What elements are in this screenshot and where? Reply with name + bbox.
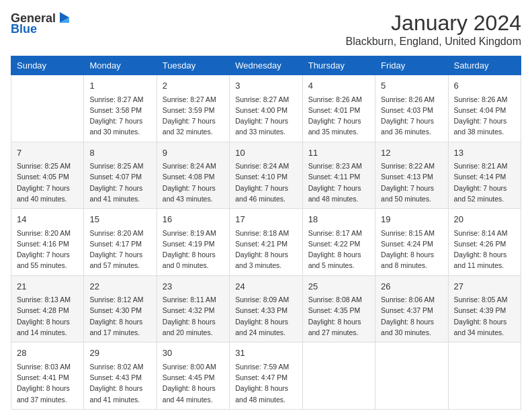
date-number: 1 [89, 79, 150, 93]
header-wednesday: Wednesday [230, 56, 302, 75]
header-friday: Friday [375, 56, 448, 75]
date-number: 21 [17, 280, 78, 293]
table-row: 2 Sunrise: 8:27 AMSunset: 3:59 PMDayligh… [157, 75, 229, 142]
date-number: 25 [308, 280, 369, 293]
date-number: 31 [235, 347, 296, 360]
cell-info: Sunrise: 8:03 AMSunset: 4:41 PMDaylight:… [17, 361, 78, 405]
table-row [302, 342, 375, 410]
calendar-week-row: 21 Sunrise: 8:13 AMSunset: 4:28 PMDaylig… [11, 275, 521, 342]
date-number: 15 [89, 213, 150, 226]
title-area: January 2024 Blackburn, England, United … [346, 11, 522, 48]
date-number: 2 [163, 79, 224, 93]
date-number: 20 [454, 213, 515, 226]
cell-info: Sunrise: 8:09 AMSunset: 4:33 PMDaylight:… [235, 294, 296, 338]
date-number: 18 [308, 213, 369, 226]
date-number: 23 [163, 280, 224, 293]
calendar-week-row: 7 Sunrise: 8:25 AMSunset: 4:05 PMDayligh… [11, 142, 521, 209]
table-row: 5 Sunrise: 8:26 AMSunset: 4:03 PMDayligh… [375, 75, 448, 142]
date-number: 16 [163, 213, 224, 226]
page-header: General Blue January 2024 Blackburn, Eng… [11, 11, 521, 48]
table-row: 27 Sunrise: 8:05 AMSunset: 4:39 PMDaylig… [448, 275, 521, 342]
date-number: 29 [89, 347, 150, 360]
date-number: 6 [454, 79, 515, 93]
date-number: 5 [381, 79, 442, 93]
date-number: 19 [381, 213, 442, 226]
cell-info: Sunrise: 8:23 AMSunset: 4:11 PMDaylight:… [308, 161, 369, 204]
table-row: 28 Sunrise: 8:03 AMSunset: 4:41 PMDaylig… [11, 342, 84, 410]
cell-info: Sunrise: 8:13 AMSunset: 4:28 PMDaylight:… [17, 294, 78, 338]
cell-info: Sunrise: 8:27 AMSunset: 3:58 PMDaylight:… [89, 94, 150, 138]
date-number: 10 [235, 146, 296, 160]
table-row: 19 Sunrise: 8:15 AMSunset: 4:24 PMDaylig… [375, 209, 448, 276]
table-row: 4 Sunrise: 8:26 AMSunset: 4:01 PMDayligh… [302, 75, 375, 142]
calendar-week-row: 28 Sunrise: 8:03 AMSunset: 4:41 PMDaylig… [11, 342, 521, 410]
table-row: 8 Sunrise: 8:25 AMSunset: 4:07 PMDayligh… [84, 142, 157, 209]
cell-info: Sunrise: 8:27 AMSunset: 4:00 PMDaylight:… [235, 94, 296, 138]
table-row: 17 Sunrise: 8:18 AMSunset: 4:21 PMDaylig… [230, 209, 302, 276]
date-number: 11 [308, 146, 369, 160]
table-row: 14 Sunrise: 8:20 AMSunset: 4:16 PMDaylig… [11, 209, 84, 276]
cell-info: Sunrise: 8:27 AMSunset: 3:59 PMDaylight:… [163, 94, 224, 138]
month-title: January 2024 [346, 11, 522, 36]
header-tuesday: Tuesday [157, 56, 229, 75]
cell-info: Sunrise: 8:26 AMSunset: 4:03 PMDaylight:… [381, 94, 442, 138]
date-number: 24 [235, 280, 296, 293]
calendar-week-row: 1 Sunrise: 8:27 AMSunset: 3:58 PMDayligh… [11, 75, 521, 142]
date-number: 3 [235, 79, 296, 93]
location-title: Blackburn, England, United Kingdom [346, 36, 522, 48]
table-row: 21 Sunrise: 8:13 AMSunset: 4:28 PMDaylig… [11, 275, 84, 342]
header-thursday: Thursday [302, 56, 375, 75]
date-number: 9 [163, 146, 224, 160]
date-number: 22 [89, 280, 150, 293]
cell-info: Sunrise: 8:18 AMSunset: 4:21 PMDaylight:… [235, 228, 296, 271]
table-row: 13 Sunrise: 8:21 AMSunset: 4:14 PMDaylig… [448, 142, 521, 209]
cell-info: Sunrise: 8:11 AMSunset: 4:32 PMDaylight:… [163, 294, 224, 338]
calendar-week-row: 14 Sunrise: 8:20 AMSunset: 4:16 PMDaylig… [11, 209, 521, 276]
cell-info: Sunrise: 8:05 AMSunset: 4:39 PMDaylight:… [454, 294, 515, 338]
date-number: 30 [163, 347, 224, 360]
table-row: 1 Sunrise: 8:27 AMSunset: 3:58 PMDayligh… [84, 75, 157, 142]
date-number: 17 [235, 213, 296, 226]
table-row: 15 Sunrise: 8:20 AMSunset: 4:17 PMDaylig… [84, 209, 157, 276]
cell-info: Sunrise: 8:06 AMSunset: 4:37 PMDaylight:… [381, 294, 442, 338]
table-row: 22 Sunrise: 8:12 AMSunset: 4:30 PMDaylig… [84, 275, 157, 342]
table-row: 6 Sunrise: 8:26 AMSunset: 4:04 PMDayligh… [448, 75, 521, 142]
cell-info: Sunrise: 8:24 AMSunset: 4:08 PMDaylight:… [163, 161, 224, 204]
cell-info: Sunrise: 8:26 AMSunset: 4:01 PMDaylight:… [308, 94, 369, 138]
table-row: 9 Sunrise: 8:24 AMSunset: 4:08 PMDayligh… [157, 142, 229, 209]
date-number: 8 [89, 146, 150, 160]
cell-info: Sunrise: 7:59 AMSunset: 4:47 PMDaylight:… [235, 361, 296, 405]
table-row: 12 Sunrise: 8:22 AMSunset: 4:13 PMDaylig… [375, 142, 448, 209]
table-row [448, 342, 521, 410]
cell-info: Sunrise: 8:02 AMSunset: 4:43 PMDaylight:… [89, 361, 150, 405]
date-number: 12 [381, 146, 442, 160]
table-row: 24 Sunrise: 8:09 AMSunset: 4:33 PMDaylig… [230, 275, 302, 342]
cell-info: Sunrise: 8:22 AMSunset: 4:13 PMDaylight:… [381, 161, 442, 204]
cell-info: Sunrise: 8:19 AMSunset: 4:19 PMDaylight:… [163, 228, 224, 271]
cell-info: Sunrise: 8:00 AMSunset: 4:45 PMDaylight:… [163, 361, 224, 405]
cell-info: Sunrise: 8:20 AMSunset: 4:16 PMDaylight:… [17, 228, 78, 271]
header-monday: Monday [84, 56, 157, 75]
table-row: 18 Sunrise: 8:17 AMSunset: 4:22 PMDaylig… [302, 209, 375, 276]
cell-info: Sunrise: 8:15 AMSunset: 4:24 PMDaylight:… [381, 228, 442, 271]
date-number: 14 [17, 213, 78, 226]
cell-info: Sunrise: 8:14 AMSunset: 4:26 PMDaylight:… [454, 228, 515, 271]
cell-info: Sunrise: 8:20 AMSunset: 4:17 PMDaylight:… [89, 228, 150, 271]
table-row: 31 Sunrise: 7:59 AMSunset: 4:47 PMDaylig… [230, 342, 302, 410]
table-row: 25 Sunrise: 8:08 AMSunset: 4:35 PMDaylig… [302, 275, 375, 342]
table-row: 29 Sunrise: 8:02 AMSunset: 4:43 PMDaylig… [84, 342, 157, 410]
table-row [11, 75, 84, 142]
logo-blue: Blue [11, 23, 37, 35]
table-row: 10 Sunrise: 8:24 AMSunset: 4:10 PMDaylig… [230, 142, 302, 209]
cell-info: Sunrise: 8:25 AMSunset: 4:05 PMDaylight:… [17, 161, 78, 204]
table-row: 30 Sunrise: 8:00 AMSunset: 4:45 PMDaylig… [157, 342, 229, 410]
header-sunday: Sunday [11, 56, 84, 75]
table-row: 3 Sunrise: 8:27 AMSunset: 4:00 PMDayligh… [230, 75, 302, 142]
cell-info: Sunrise: 8:12 AMSunset: 4:30 PMDaylight:… [89, 294, 150, 338]
table-row [375, 342, 448, 410]
cell-info: Sunrise: 8:08 AMSunset: 4:35 PMDaylight:… [308, 294, 369, 338]
cell-info: Sunrise: 8:17 AMSunset: 4:22 PMDaylight:… [308, 228, 369, 271]
cell-info: Sunrise: 8:24 AMSunset: 4:10 PMDaylight:… [235, 161, 296, 204]
date-number: 7 [17, 146, 78, 160]
date-number: 4 [308, 79, 369, 93]
